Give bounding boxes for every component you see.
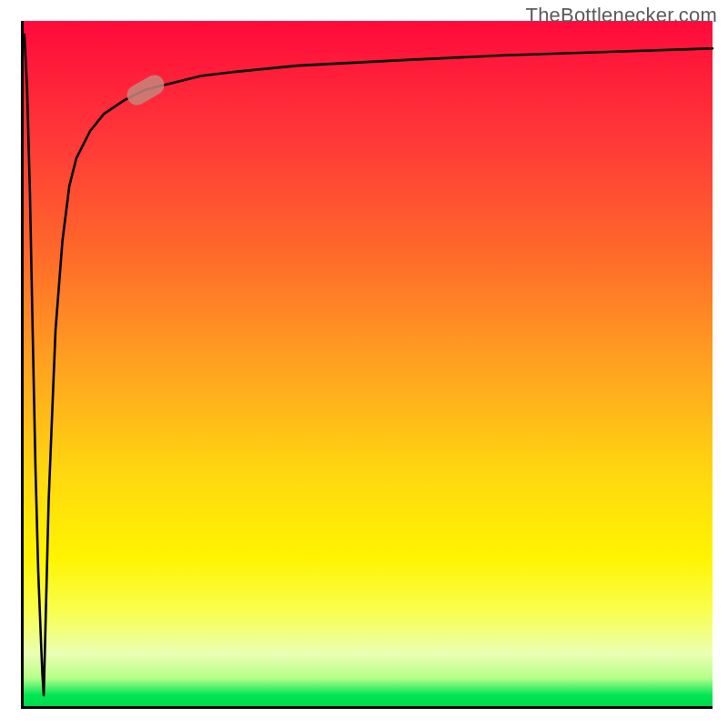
gradient-background (21, 21, 713, 709)
watermark-label: TheBottlenecker.com (526, 4, 717, 27)
